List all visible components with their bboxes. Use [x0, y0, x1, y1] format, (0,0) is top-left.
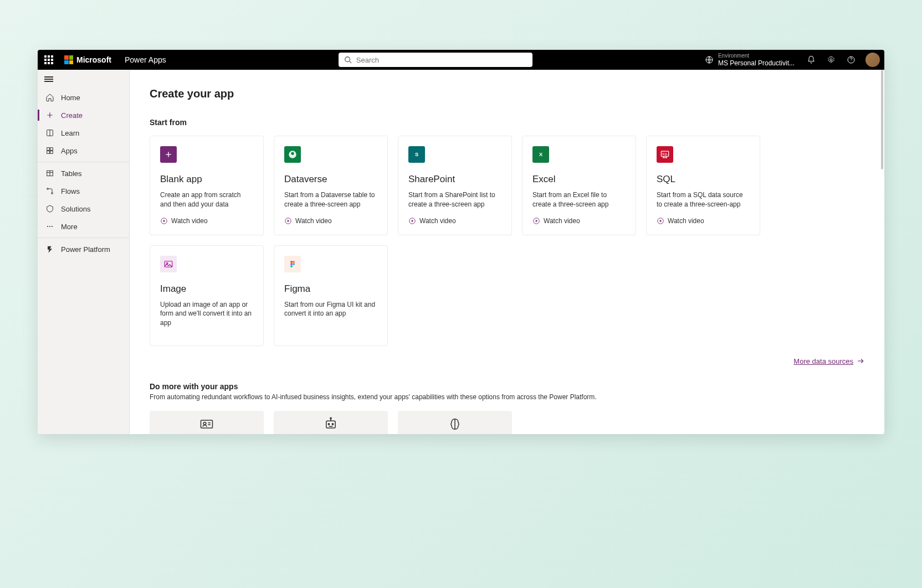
main-content: Create your app Start from Blank app Cre…: [130, 70, 884, 434]
help-button[interactable]: [843, 52, 859, 68]
search-input[interactable]: [356, 56, 527, 64]
search-box[interactable]: [339, 53, 532, 67]
card-blank app[interactable]: Blank app Create an app from scratch and…: [150, 136, 264, 235]
svg-point-16: [47, 188, 49, 190]
card-figma[interactable]: Figma Start from our Figma UI kit and co…: [274, 245, 388, 346]
tables-icon: [45, 169, 54, 178]
card-sharepoint[interactable]: S SharePoint Start from a SharePoint lis…: [398, 136, 512, 235]
card-title: Excel: [532, 174, 626, 185]
watch-video-link[interactable]: Watch video: [657, 217, 750, 225]
card-sql[interactable]: SQL SQL Start from a SQL data source to …: [646, 136, 760, 235]
do-more-card-3[interactable]: [398, 411, 512, 434]
svg-point-0: [345, 57, 350, 62]
dataverse-icon: [284, 146, 301, 163]
microsoft-squares-icon: [64, 55, 73, 64]
excel-icon: X: [532, 146, 549, 163]
svg-rect-9: [47, 148, 50, 151]
card-title: SharePoint: [408, 174, 501, 185]
svg-rect-11: [47, 151, 50, 154]
sidebar-item-tables[interactable]: Tables: [38, 164, 129, 182]
svg-rect-12: [50, 151, 53, 154]
more-icon: [45, 222, 54, 231]
svg-rect-48: [201, 420, 213, 428]
sidebar-item-label: Home: [61, 94, 80, 102]
do-more-subtitle: From automating redundant workflows to A…: [150, 393, 864, 401]
svg-point-18: [47, 226, 48, 227]
solutions-icon: [45, 204, 54, 213]
card-image[interactable]: Image Upload an image of an app or form …: [150, 245, 264, 346]
brand-name: Microsoft: [76, 55, 111, 64]
sidebar-item-label: More: [61, 223, 78, 231]
sidebar-item-apps[interactable]: Apps: [38, 142, 129, 159]
svg-marker-32: [536, 219, 538, 222]
svg-line-1: [349, 61, 351, 64]
microsoft-logo: Microsoft: [64, 55, 111, 64]
app-window: Microsoft Power Apps Environment MS Pers…: [38, 50, 884, 434]
arrow-right-icon: [857, 357, 864, 365]
sidebar-item-label: Apps: [61, 147, 78, 155]
svg-point-3: [830, 59, 832, 61]
sidebar-item-label: Power Platform: [61, 245, 110, 254]
svg-marker-24: [163, 219, 166, 222]
watch-video-link[interactable]: Watch video: [160, 217, 253, 225]
sidebar-item-solutions[interactable]: Solutions: [38, 200, 129, 218]
app-launcher-icon[interactable]: [42, 53, 55, 66]
card-description: Start from our Figma UI kit and convert …: [284, 300, 377, 319]
sidebar-item-create[interactable]: Create: [38, 106, 129, 124]
watch-video-link[interactable]: Watch video: [532, 217, 626, 225]
brain-icon: [447, 416, 463, 432]
do-more-card-1[interactable]: [150, 411, 264, 434]
svg-point-49: [203, 422, 206, 425]
card-description: Start from a Dataverse table to create a…: [284, 190, 377, 209]
hamburger-button[interactable]: [38, 70, 129, 89]
svg-rect-10: [50, 148, 53, 151]
power-platform-icon: [45, 245, 54, 254]
user-avatar[interactable]: [865, 53, 880, 67]
svg-text:S: S: [415, 152, 418, 157]
settings-button[interactable]: [823, 52, 839, 68]
svg-point-42: [290, 261, 293, 263]
env-value: MS Personal Productivit...: [718, 59, 795, 67]
sidebar-item-home[interactable]: Home: [38, 89, 129, 106]
svg-text:SQL: SQL: [662, 152, 668, 156]
more-data-sources-link[interactable]: More data sources: [793, 357, 864, 365]
watch-video-link[interactable]: Watch video: [284, 217, 377, 225]
svg-marker-29: [412, 219, 414, 222]
book-icon: [45, 128, 54, 137]
flows-icon: [45, 187, 54, 195]
sidebar-item-more[interactable]: More: [38, 218, 129, 235]
svg-point-20: [52, 226, 53, 227]
sidebar-item-label: Tables: [61, 169, 82, 178]
figma-icon: [284, 256, 301, 272]
sidebar-item-power-platform[interactable]: Power Platform: [38, 240, 129, 258]
svg-point-19: [49, 226, 50, 227]
home-icon: [45, 93, 54, 102]
sidebar-item-flows[interactable]: Flows: [38, 182, 129, 200]
environment-picker[interactable]: Environment MS Personal Productivit...: [705, 53, 795, 67]
card-dataverse[interactable]: Dataverse Start from a Dataverse table t…: [274, 136, 388, 235]
svg-point-17: [52, 193, 53, 194]
watch-video-link[interactable]: Watch video: [408, 217, 501, 225]
do-more-cards: [150, 411, 864, 434]
card-excel[interactable]: X Excel Start from an Excel file to crea…: [522, 136, 636, 235]
environment-icon: [705, 55, 714, 64]
header-bar: Microsoft Power Apps Environment MS Pers…: [38, 50, 884, 70]
scrollbar-thumb[interactable]: [881, 70, 883, 169]
sql-icon: SQL: [657, 146, 673, 163]
sidebar-item-label: Solutions: [61, 205, 90, 213]
app-name: Power Apps: [125, 55, 166, 64]
id-card-icon: [199, 416, 214, 432]
scrollbar[interactable]: [880, 70, 884, 434]
card-title: Image: [160, 283, 253, 295]
sidebar-item-label: Learn: [61, 129, 79, 137]
card-description: Create an app from scratch and then add …: [160, 190, 253, 209]
svg-text:X: X: [539, 152, 543, 157]
sidebar-item-learn[interactable]: Learn: [38, 124, 129, 142]
sidebar: Home Create Learn Apps Tables Flows: [38, 70, 130, 434]
notifications-button[interactable]: [803, 52, 819, 68]
bot-icon: [323, 416, 339, 432]
svg-point-46: [290, 265, 293, 267]
sidebar-item-label: Flows: [61, 187, 80, 195]
search-icon: [344, 56, 352, 64]
do-more-card-2[interactable]: [274, 411, 388, 434]
